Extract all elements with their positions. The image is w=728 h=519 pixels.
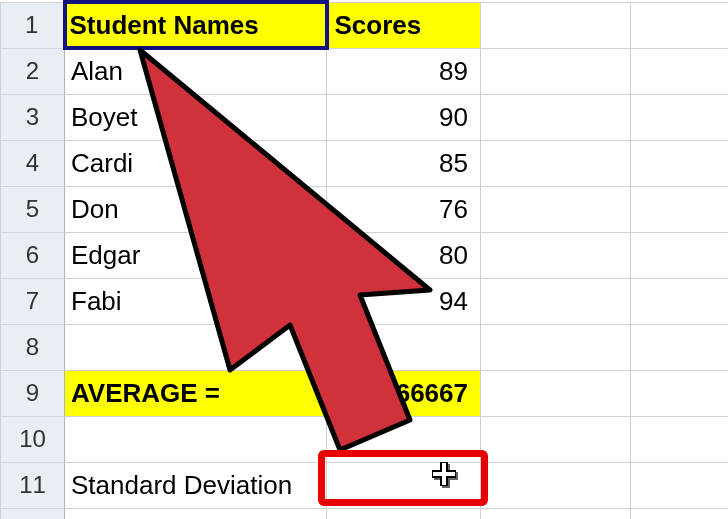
- cell[interactable]: [631, 462, 729, 508]
- table-row: 7 Fabi 94: [1, 278, 729, 324]
- cell[interactable]: [631, 232, 729, 278]
- table-row: 10: [1, 416, 729, 462]
- table-row: 11 Standard Deviation: [1, 462, 729, 508]
- cell-average-value[interactable]: 66667: [327, 370, 481, 416]
- row-number[interactable]: 10: [1, 416, 65, 462]
- row-number[interactable]: 6: [1, 232, 65, 278]
- row-number[interactable]: 4: [1, 140, 65, 186]
- cell-average-label[interactable]: AVERAGE =: [65, 370, 327, 416]
- cell[interactable]: [327, 416, 481, 462]
- cell[interactable]: 76: [327, 186, 481, 232]
- cell[interactable]: [481, 324, 631, 370]
- table-row: 8: [1, 324, 729, 370]
- cell[interactable]: [631, 370, 729, 416]
- cell[interactable]: [65, 416, 327, 462]
- cell-b1-header[interactable]: Scores: [327, 2, 481, 48]
- cell[interactable]: Edgar: [65, 232, 327, 278]
- cell-stddev-value[interactable]: [327, 462, 481, 508]
- table-row: 3 Boyet 90: [1, 94, 729, 140]
- cell[interactable]: [481, 508, 631, 519]
- cell[interactable]: 94: [327, 278, 481, 324]
- cell[interactable]: Cardi: [65, 140, 327, 186]
- cell[interactable]: [631, 278, 729, 324]
- row-number[interactable]: 9: [1, 370, 65, 416]
- cell[interactable]: [65, 324, 327, 370]
- cell[interactable]: Alan: [65, 48, 327, 94]
- row-number[interactable]: 5: [1, 186, 65, 232]
- cell[interactable]: Don: [65, 186, 327, 232]
- cell[interactable]: [327, 508, 481, 519]
- cell[interactable]: [481, 370, 631, 416]
- row-number[interactable]: 7: [1, 278, 65, 324]
- cell[interactable]: [631, 140, 729, 186]
- table-row: 2 Alan 89: [1, 48, 729, 94]
- table-row: 5 Don 76: [1, 186, 729, 232]
- row-number[interactable]: 3: [1, 94, 65, 140]
- row-number[interactable]: 1: [1, 2, 65, 48]
- table-row: 1 Student Names Scores: [1, 2, 729, 48]
- cell[interactable]: [631, 2, 729, 48]
- cell[interactable]: [631, 508, 729, 519]
- cell[interactable]: [481, 462, 631, 508]
- row-number[interactable]: 2: [1, 48, 65, 94]
- cell-a1-header[interactable]: Student Names: [65, 2, 327, 48]
- cell[interactable]: [631, 324, 729, 370]
- cell[interactable]: [481, 416, 631, 462]
- cell[interactable]: 80: [327, 232, 481, 278]
- row-number[interactable]: 11: [1, 462, 65, 508]
- table-row: 9 AVERAGE = 66667: [1, 370, 729, 416]
- cell[interactable]: [481, 2, 631, 48]
- cell[interactable]: Fabi: [65, 278, 327, 324]
- table-row: 6 Edgar 80: [1, 232, 729, 278]
- cell[interactable]: Boyet: [65, 94, 327, 140]
- cell[interactable]: 85: [327, 140, 481, 186]
- cell[interactable]: 90: [327, 94, 481, 140]
- spreadsheet-grid[interactable]: 1 Student Names Scores 2 Alan 89 3 Boyet…: [0, 0, 728, 519]
- row-number[interactable]: 12: [1, 508, 65, 519]
- cell[interactable]: [481, 94, 631, 140]
- cell[interactable]: [631, 94, 729, 140]
- cell[interactable]: [327, 324, 481, 370]
- cell[interactable]: 89: [327, 48, 481, 94]
- cell[interactable]: [481, 140, 631, 186]
- cell[interactable]: [631, 416, 729, 462]
- table-row: 4 Cardi 85: [1, 140, 729, 186]
- cell[interactable]: [481, 278, 631, 324]
- cell[interactable]: [65, 508, 327, 519]
- cell[interactable]: [481, 232, 631, 278]
- cell[interactable]: [481, 186, 631, 232]
- cell[interactable]: [481, 48, 631, 94]
- row-number[interactable]: 8: [1, 324, 65, 370]
- cell-stddev-label[interactable]: Standard Deviation: [65, 462, 327, 508]
- cell[interactable]: [631, 48, 729, 94]
- cell[interactable]: [631, 186, 729, 232]
- table-row: 12: [1, 508, 729, 519]
